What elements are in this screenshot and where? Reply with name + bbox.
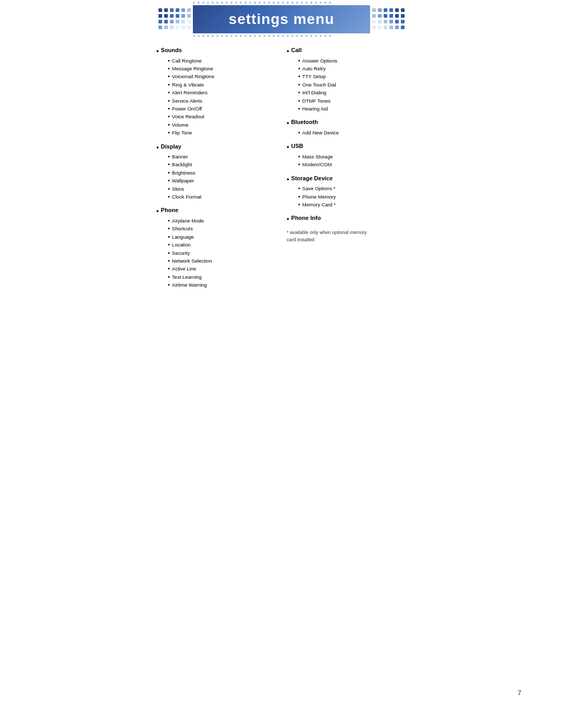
sub-bullet-icon: •: [168, 225, 170, 232]
grid-dot: [164, 20, 168, 23]
sounds-section-header: • Sounds: [156, 47, 276, 55]
bottom-dot: [230, 35, 232, 37]
grid-dot: [378, 8, 382, 12]
grid-dot: [395, 14, 399, 18]
call-item-4: Int'l Dialing: [302, 89, 326, 96]
storage-item-1: Phone Memory: [302, 193, 336, 201]
sub-bullet-icon: •: [298, 193, 300, 201]
grid-dot: [187, 14, 191, 18]
bottom-dot: [244, 35, 247, 37]
top-dot: [305, 2, 308, 4]
list-item: •Shortcuts: [168, 225, 276, 232]
grid-dot: [372, 26, 376, 29]
sub-bullet-icon: •: [168, 105, 170, 113]
top-dot: [277, 2, 279, 4]
top-dot: [193, 2, 195, 4]
call-item-3: One Touch Dial: [302, 81, 336, 89]
top-dot: [235, 2, 237, 4]
bottom-dot: [277, 35, 279, 37]
sub-bullet-icon: •: [168, 265, 170, 273]
phone-item-1: Shortcuts: [172, 225, 193, 232]
bottom-dot: [291, 35, 293, 37]
top-dot: [254, 2, 256, 4]
list-item: •Power On/Off: [168, 105, 276, 113]
grid-dot: [158, 8, 162, 12]
storage-list: •Save Options * •Phone Memory •Memory Ca…: [287, 184, 407, 208]
top-dot: [310, 2, 312, 4]
sounds-item-2: Voicemail Ringtone: [172, 72, 214, 80]
top-dot: [320, 2, 322, 4]
list-item: •Save Options *: [298, 184, 407, 192]
bluetooth-item-0: Add New Device: [302, 129, 339, 137]
top-dot: [296, 2, 298, 4]
top-dot: [230, 2, 232, 4]
top-dot: [268, 2, 270, 4]
right-column: • Call •Answer Options •Auto Retry •TTY …: [287, 47, 407, 295]
storage-item-0: Save Options *: [302, 184, 335, 192]
grid-dot: [170, 20, 174, 23]
sub-bullet-icon: •: [168, 72, 170, 80]
storage-bullet: •: [287, 175, 289, 183]
list-item: •Alert Reminders: [168, 89, 276, 96]
top-dot: [207, 2, 209, 4]
list-item: •Ring & Vibrate: [168, 81, 276, 89]
list-item: •Language: [168, 233, 276, 241]
bottom-dot: [301, 35, 303, 37]
top-dot: [315, 2, 317, 4]
phone-item-7: Text Learning: [172, 273, 202, 281]
left-column: • Sounds •Call Ringtone •Message Rington…: [156, 47, 276, 295]
top-dot: [212, 2, 214, 4]
grid-dot: [170, 14, 174, 18]
bottom-dot: [263, 35, 265, 37]
bottom-dot: [193, 35, 195, 37]
sounds-item-5: Service Alerts: [172, 97, 202, 105]
grid-dot: [164, 8, 168, 12]
call-bullet: •: [287, 47, 289, 55]
bottom-dot: [310, 35, 312, 37]
list-item: •Memory Card *: [298, 201, 407, 208]
sounds-section: • Sounds •Call Ringtone •Message Rington…: [156, 47, 276, 137]
grid-dot: [158, 26, 162, 29]
sub-bullet-icon: •: [298, 65, 300, 72]
grid-dot: [378, 26, 382, 29]
sub-bullet-icon: •: [168, 217, 170, 225]
list-item: •Modem/COM: [298, 161, 407, 168]
sub-bullet-icon: •: [168, 185, 170, 193]
bottom-dot: [212, 35, 214, 37]
top-dot: [282, 2, 284, 4]
list-item: •Banner: [168, 153, 276, 161]
sub-bullet-icon: •: [298, 161, 300, 168]
top-dots-row: [156, 0, 407, 5]
usb-label: USB: [291, 143, 303, 149]
call-item-2: TTY Setup: [302, 72, 326, 80]
bottom-dot: [282, 35, 284, 37]
bottom-dot: [235, 35, 237, 37]
phone-section-header: • Phone: [156, 207, 276, 215]
phone-info-section-header: • Phone Info: [287, 215, 407, 223]
call-label: Call: [291, 47, 302, 53]
call-list: •Answer Options •Auto Retry •TTY Setup •…: [287, 57, 407, 113]
top-dot: [198, 2, 200, 4]
display-item-3: Wallpaper: [172, 177, 194, 184]
right-grid-decoration: [370, 5, 407, 33]
bottom-dot: [198, 35, 200, 37]
grid-dot: [187, 8, 191, 12]
bottom-dot: [226, 35, 228, 37]
sub-bullet-icon: •: [168, 153, 170, 161]
sub-bullet-icon: •: [168, 57, 170, 65]
display-item-0: Banner: [172, 153, 188, 161]
storage-section: • Storage Device •Save Options * •Phone …: [287, 175, 407, 209]
page-number: 7: [518, 689, 521, 697]
grid-dot: [176, 14, 179, 18]
top-dot: [273, 2, 275, 4]
sub-bullet-icon: •: [168, 169, 170, 177]
call-item-6: Hearing Aid: [302, 105, 328, 113]
grid-dot: [389, 26, 393, 29]
phone-bullet: •: [156, 207, 159, 215]
sub-bullet-icon: •: [298, 89, 300, 96]
sounds-item-3: Ring & Vibrate: [172, 81, 204, 89]
footnote-text: * available only when optional memory ca…: [287, 229, 370, 243]
grid-dot: [384, 20, 387, 23]
list-item: •Call Ringtone: [168, 57, 276, 65]
grid-dot: [378, 14, 382, 18]
